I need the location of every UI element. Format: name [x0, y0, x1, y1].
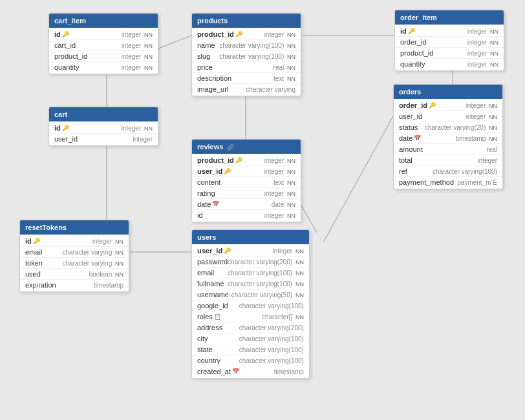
col-type: integer NN — [92, 238, 123, 245]
col-type: payment_m E — [457, 179, 497, 186]
table-row: descriptiontext NN — [192, 73, 301, 84]
table-row: usedboolean NN — [20, 269, 129, 280]
col-name: id — [197, 211, 203, 219]
table-reviews: reviews 🔗product_id 🔑integer NNuser_id 🔑… — [191, 139, 301, 222]
col-type: integer NN — [264, 190, 295, 197]
table-row: statecharacter varying(100) — [192, 344, 309, 355]
col-type: timestamp — [94, 282, 123, 289]
col-name: id 🔑 — [54, 30, 69, 38]
table-row: date 📅date NN — [192, 199, 301, 210]
col-type: character varying(20) NN — [425, 124, 497, 131]
col-type: integer NN — [467, 39, 498, 46]
col-name: total — [399, 156, 412, 164]
table-header-cart_item: cart_item — [49, 14, 158, 28]
col-name: rating — [197, 189, 215, 197]
table-row: user_id 🔑integer NN — [192, 166, 301, 177]
table-row: product_id 🔑integer NN — [192, 29, 301, 40]
table-row: fullnamecharacter varying(100) NN — [192, 278, 309, 289]
table-row: amountreal — [394, 144, 502, 155]
col-name: status — [399, 123, 418, 131]
col-type: character varying(100) NN — [228, 280, 304, 288]
col-type: character varying(100) — [239, 346, 304, 353]
table-row: image_urlcharacter varying — [192, 84, 301, 94]
svg-line-1 — [158, 36, 191, 48]
col-type: integer NN — [122, 31, 153, 38]
svg-line-5 — [323, 116, 393, 242]
col-name: date 📅 — [399, 134, 421, 142]
table-header-resetTokens: resetTokens — [20, 220, 129, 235]
table-resetTokens: resetTokensid 🔑integer NNemailcharacter … — [19, 220, 129, 292]
col-name: cart_id — [54, 41, 76, 49]
col-name: username — [197, 291, 229, 299]
col-name: user_id — [399, 112, 422, 120]
col-type: integer NN — [122, 125, 153, 132]
table-row: user_id 🔑integer NN — [192, 246, 309, 257]
col-type: character varying NN — [63, 260, 123, 267]
col-type: integer NN — [122, 64, 153, 71]
table-row: payment_methodpayment_m E — [394, 177, 502, 187]
col-name: amount — [399, 145, 423, 153]
col-name: id 🔑 — [25, 237, 40, 245]
col-name: content — [197, 178, 220, 186]
col-type: real — [486, 146, 497, 153]
table-row: roles 📋character[] NN — [192, 311, 309, 322]
table-orders: ordersorder_id 🔑integer NNuser_idinteger… — [393, 84, 503, 189]
table-row: tokencharacter varying NN — [20, 258, 129, 269]
col-name: expiration — [25, 281, 56, 289]
table-row: quantityinteger NN — [395, 59, 504, 69]
table-row: emailcharacter varying NN — [20, 247, 129, 258]
col-name: user_id 🔑 — [197, 167, 231, 175]
table-row: contenttext NN — [192, 177, 301, 188]
table-header-order_item: order_item — [395, 10, 504, 25]
col-name: used — [25, 270, 41, 278]
col-type: character varying(100) NN — [228, 269, 304, 277]
table-header-products: products — [192, 14, 301, 28]
col-name: slug — [197, 52, 210, 60]
table-row: idinteger NN — [192, 210, 301, 220]
col-name: user_id 🔑 — [197, 247, 231, 255]
table-row: id 🔑integer NN — [49, 123, 158, 134]
table-row: id 🔑integer NN — [20, 236, 129, 247]
col-name: image_url — [197, 85, 228, 93]
col-type: integer NN — [467, 50, 498, 57]
col-name: quantity — [54, 63, 80, 71]
col-name: name — [197, 41, 215, 49]
diagram-canvas: cart_itemid 🔑integer NNcart_idinteger NN… — [0, 0, 525, 420]
col-type: integer NN — [122, 42, 153, 49]
table-row: slugcharacter varying(100) NN — [192, 51, 301, 62]
col-type: character varying(100) NN — [219, 42, 295, 49]
col-type: integer NN — [467, 28, 498, 35]
col-type: integer NN — [264, 157, 295, 164]
table-users: usersuser_id 🔑integer NNpasswordcharacte… — [191, 229, 310, 379]
col-type: integer — [133, 136, 153, 143]
col-type: integer — [477, 157, 497, 164]
table-row: product_idinteger NN — [49, 51, 158, 62]
col-type: character varying(100) — [433, 168, 497, 175]
col-type: character varying(100) — [239, 335, 304, 342]
col-type: integer NN — [264, 212, 295, 219]
col-name: fullname — [197, 280, 224, 288]
col-type: character varying — [246, 86, 295, 93]
col-name: quantity — [400, 60, 425, 68]
col-type: integer NN — [264, 31, 295, 38]
table-row: user_idinteger — [49, 134, 158, 144]
col-type: integer NN — [467, 61, 498, 68]
col-type: text NN — [273, 75, 295, 82]
table-row: addresscharacter varying(200) — [192, 322, 309, 333]
col-type: timestamp NN — [456, 135, 497, 142]
table-row: cart_idinteger NN — [49, 40, 158, 51]
table-row: refcharacter varying(100) — [394, 166, 502, 177]
col-name: product_id 🔑 — [197, 156, 242, 164]
col-name: address — [197, 324, 222, 331]
table-row: usernamecharacter varying(50) NN — [192, 289, 309, 300]
table-header-cart: cart — [49, 107, 158, 121]
table-cart_item: cart_itemid 🔑integer NNcart_idinteger NN… — [48, 13, 158, 74]
col-name: date 📅 — [197, 200, 219, 208]
col-name: created_at 📅 — [197, 368, 239, 375]
col-type: integer NN — [466, 102, 497, 109]
col-name: country — [197, 357, 220, 364]
table-row: statuscharacter varying(20) NN — [394, 122, 502, 133]
col-type: timestamp — [274, 368, 304, 375]
col-name: roles 📋 — [197, 313, 221, 320]
col-type: character varying NN — [63, 249, 123, 256]
